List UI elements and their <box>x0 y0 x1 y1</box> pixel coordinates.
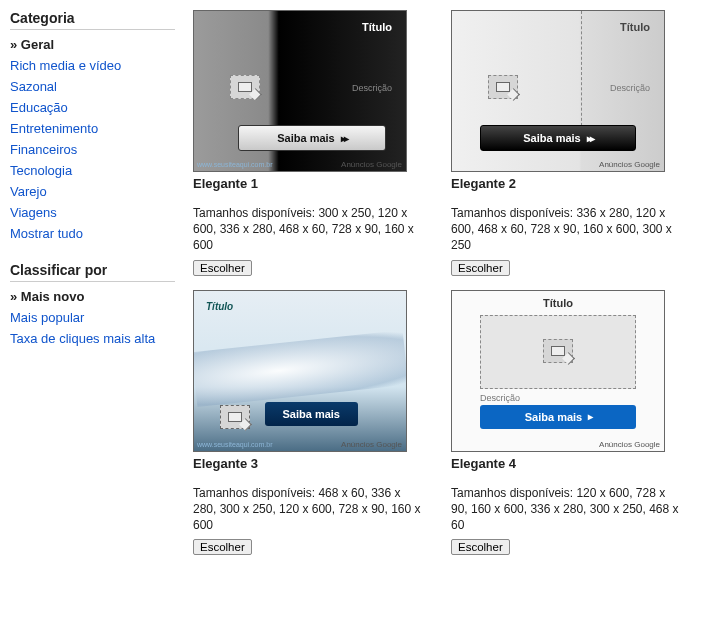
wave-graphic <box>193 330 407 407</box>
preview-brand: Anúncios Google <box>599 440 660 449</box>
preview-description: Descrição <box>480 393 520 403</box>
template-grid: Título Descrição Saiba mais ▸▸ www.seusi… <box>193 10 692 555</box>
sidebar-category-item[interactable]: Sazonal <box>10 76 175 97</box>
sidebar-sort-item[interactable]: Mais popular <box>10 307 175 328</box>
template-name: Elegante 2 <box>451 176 679 191</box>
template-name: Elegante 1 <box>193 176 421 191</box>
preview-cta-button: Saiba mais <box>265 402 358 426</box>
arrow-right-icon: ▸▸ <box>341 133 347 144</box>
preview-cta-label: Saiba mais <box>277 132 334 144</box>
preview-brand: Anúncios Google <box>341 160 402 169</box>
sidebar-category-item[interactable]: Varejo <box>10 181 175 202</box>
template-sizes: Tamanhos disponíveis: 300 x 250, 120 x 6… <box>193 205 421 254</box>
image-placeholder-icon <box>543 339 573 363</box>
choose-button[interactable]: Escolher <box>193 539 252 555</box>
sidebar-category-item[interactable]: Educação <box>10 97 175 118</box>
arrow-right-icon: ▸▸ <box>587 133 593 144</box>
sidebar-category-item[interactable]: Rich media e vídeo <box>10 55 175 76</box>
sidebar-sort-selected: » Mais novo <box>10 286 175 307</box>
template-sizes: Tamanhos disponíveis: 336 x 280, 120 x 6… <box>451 205 679 254</box>
sidebar-category-item[interactable]: Financeiros <box>10 139 175 160</box>
sidebar-category-item[interactable]: Mostrar tudo <box>10 223 175 244</box>
sidebar-category-item[interactable]: Viagens <box>10 202 175 223</box>
template-name: Elegante 3 <box>193 456 421 471</box>
template-card: Título Descrição Saiba mais ▸ Anúncios G… <box>451 290 679 556</box>
preview-cta-label: Saiba mais <box>523 132 580 144</box>
choose-button[interactable]: Escolher <box>451 539 510 555</box>
preview-url: www.seusiteaqui.com.br <box>197 441 272 448</box>
preview-cta-label: Saiba mais <box>283 408 340 420</box>
preview-cta-button: Saiba mais ▸▸ <box>480 125 636 151</box>
preview-cta-label: Saiba mais <box>525 411 582 423</box>
sidebar: Categoria » Geral Rich media e vídeo Saz… <box>10 10 175 555</box>
sort-heading: Classificar por <box>10 262 175 282</box>
preview-title: Título <box>620 21 650 33</box>
preview-title: Título <box>362 21 392 33</box>
preview-cta-button: Saiba mais ▸ <box>480 405 636 429</box>
template-preview[interactable]: Título Descrição Saiba mais ▸ Anúncios G… <box>451 290 665 452</box>
template-card: Título Descrição Saiba mais ▸▸ www.seusi… <box>193 10 421 276</box>
image-placeholder-icon <box>488 75 518 99</box>
template-sizes: Tamanhos disponíveis: 120 x 600, 728 x 9… <box>451 485 679 534</box>
preview-url: www.seusiteaqui.com.br <box>197 161 272 168</box>
template-preview[interactable]: Título Saiba mais www.seusiteaqui.com.br… <box>193 290 407 452</box>
preview-cta-button: Saiba mais ▸▸ <box>238 125 386 151</box>
template-sizes: Tamanhos disponíveis: 468 x 60, 336 x 28… <box>193 485 421 534</box>
preview-brand: Anúncios Google <box>341 440 402 449</box>
template-card: Título Saiba mais www.seusiteaqui.com.br… <box>193 290 421 556</box>
sidebar-category-item[interactable]: Entretenimento <box>10 118 175 139</box>
category-heading: Categoria <box>10 10 175 30</box>
template-name: Elegante 4 <box>451 456 679 471</box>
image-placeholder-icon <box>230 75 260 99</box>
choose-button[interactable]: Escolher <box>451 260 510 276</box>
template-preview[interactable]: Título Descrição Saiba mais ▸▸ Anúncios … <box>451 10 665 172</box>
arrow-right-icon: ▸ <box>588 411 591 422</box>
preview-title: Título <box>543 297 573 309</box>
template-preview[interactable]: Título Descrição Saiba mais ▸▸ www.seusi… <box>193 10 407 172</box>
sidebar-sort-item[interactable]: Taxa de cliques mais alta <box>10 328 175 349</box>
template-card: Título Descrição Saiba mais ▸▸ Anúncios … <box>451 10 679 276</box>
image-placeholder-icon <box>220 405 250 429</box>
preview-brand: Anúncios Google <box>599 160 660 169</box>
preview-description: Descrição <box>610 83 650 93</box>
choose-button[interactable]: Escolher <box>193 260 252 276</box>
sidebar-category-selected: » Geral <box>10 34 175 55</box>
preview-title: Título <box>206 301 233 312</box>
preview-description: Descrição <box>352 83 392 93</box>
sidebar-category-item[interactable]: Tecnologia <box>10 160 175 181</box>
